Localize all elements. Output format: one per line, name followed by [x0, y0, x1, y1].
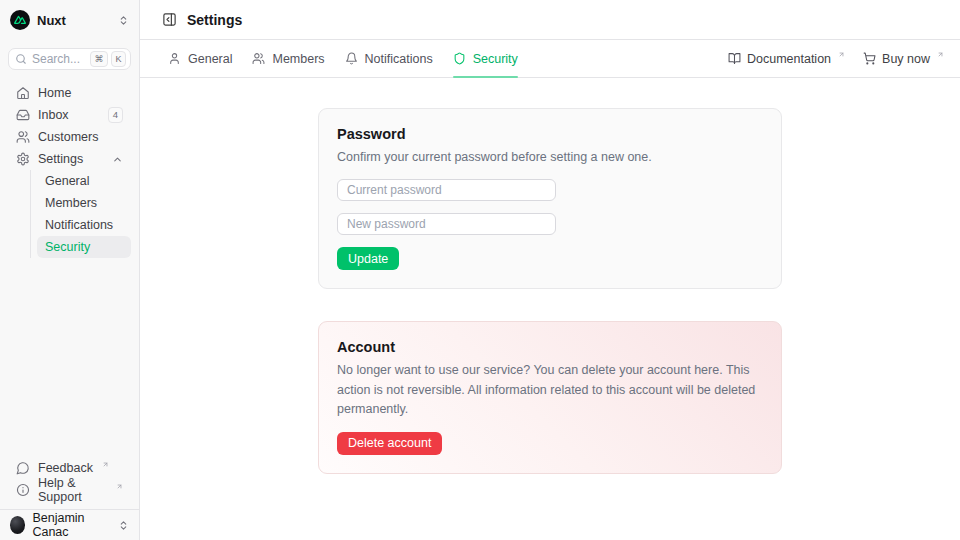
sidebar-item-label: Customers	[38, 130, 98, 144]
page-header: Settings	[140, 0, 960, 40]
sidebar-item-home[interactable]: Home	[8, 82, 131, 104]
gear-icon	[16, 152, 30, 166]
workspace-switcher[interactable]: Nuxt	[0, 0, 139, 40]
sidebar-item-label: Help & Support	[38, 476, 107, 504]
chevron-up-icon	[112, 154, 123, 165]
search-placeholder: Search...	[32, 52, 80, 66]
sidebar-item-members[interactable]: Members	[37, 192, 131, 214]
external-link-icon	[116, 483, 123, 490]
message-circle-icon	[16, 461, 30, 475]
sidebar-item-label: Members	[45, 196, 97, 210]
sidebar-item-help-support[interactable]: Help & Support	[8, 479, 131, 501]
nuxt-logo-icon	[10, 10, 30, 30]
account-card-title: Account	[337, 339, 763, 355]
link-label: Buy now	[882, 52, 930, 66]
update-password-button[interactable]: Update	[337, 247, 399, 270]
tabbar-links: Documentation Buy now	[728, 52, 944, 66]
page-title: Settings	[187, 12, 242, 28]
sidebar-item-security[interactable]: Security	[37, 236, 131, 258]
app-window: Nuxt Search... ⌘ K Home	[0, 0, 960, 540]
buy-now-link[interactable]: Buy now	[863, 52, 944, 66]
documentation-link[interactable]: Documentation	[728, 52, 845, 66]
sidebar-item-notifications[interactable]: Notifications	[37, 214, 131, 236]
settings-tabbar: General Members Notifications	[140, 40, 960, 78]
bell-icon	[345, 52, 358, 65]
shopping-cart-icon	[863, 52, 876, 65]
user-menu[interactable]: Benjamin Canac	[0, 509, 139, 540]
home-icon	[16, 86, 30, 100]
kbd-k: K	[111, 51, 126, 67]
users-icon	[252, 52, 265, 65]
inbox-icon	[16, 108, 30, 122]
sidebar: Nuxt Search... ⌘ K Home	[0, 0, 140, 540]
book-open-icon	[728, 52, 741, 65]
panel-collapse-icon[interactable]	[162, 12, 177, 27]
main-panel: Settings General Members	[140, 0, 960, 540]
account-card: Account No longer want to use our servic…	[318, 321, 782, 473]
external-link-icon	[937, 51, 944, 58]
user-icon	[168, 52, 181, 65]
sidebar-item-label: Inbox	[38, 108, 69, 122]
kbd-meta: ⌘	[90, 51, 108, 67]
search-kbd-shortcut: ⌘ K	[90, 51, 126, 67]
search-input[interactable]: Search... ⌘ K	[8, 48, 131, 70]
new-password-field[interactable]	[337, 213, 556, 235]
external-link-icon	[102, 461, 109, 468]
sidebar-item-settings[interactable]: Settings	[8, 148, 131, 170]
link-label: Documentation	[747, 52, 831, 66]
workspace-name: Nuxt	[37, 13, 66, 28]
sidebar-nav: Home Inbox 4 Customers Settings	[0, 78, 139, 258]
tab-security[interactable]: Security	[453, 40, 518, 77]
shield-icon	[453, 52, 466, 65]
users-icon	[16, 130, 30, 144]
info-circle-icon	[16, 483, 30, 497]
external-link-icon	[838, 51, 845, 58]
tab-label: Members	[272, 52, 324, 66]
chevrons-up-down-icon	[118, 520, 129, 531]
sidebar-item-inbox[interactable]: Inbox 4	[8, 104, 131, 126]
sidebar-item-label: Notifications	[45, 218, 113, 232]
tab-label: Notifications	[365, 52, 433, 66]
inbox-count-badge: 4	[108, 107, 123, 124]
search-icon	[15, 53, 27, 65]
settings-submenu: General Members Notifications Security	[30, 170, 131, 258]
sidebar-item-general[interactable]: General	[37, 170, 131, 192]
sidebar-item-label: Home	[38, 86, 71, 100]
avatar	[10, 516, 25, 534]
delete-account-button[interactable]: Delete account	[337, 432, 442, 455]
tab-notifications[interactable]: Notifications	[345, 40, 433, 77]
password-card: Password Confirm your current password b…	[318, 108, 782, 289]
tabs: General Members Notifications	[168, 40, 518, 77]
tab-label: General	[188, 52, 232, 66]
password-card-description: Confirm your current password before set…	[337, 148, 763, 167]
sidebar-item-label: General	[45, 174, 89, 188]
tab-label: Security	[473, 52, 518, 66]
sidebar-footer: Feedback Help & Support	[0, 457, 139, 509]
tab-members[interactable]: Members	[252, 40, 324, 77]
security-settings-content: Password Confirm your current password b…	[140, 78, 960, 540]
chevrons-up-down-icon	[118, 15, 129, 26]
password-card-title: Password	[337, 126, 763, 142]
user-name: Benjamin Canac	[32, 511, 111, 539]
sidebar-spacer	[0, 258, 139, 457]
sidebar-item-label: Feedback	[38, 461, 93, 475]
sidebar-item-label: Settings	[38, 152, 83, 166]
current-password-field[interactable]	[337, 179, 556, 201]
account-card-description: No longer want to use our service? You c…	[337, 361, 763, 419]
sidebar-item-customers[interactable]: Customers	[8, 126, 131, 148]
tab-general[interactable]: General	[168, 40, 232, 77]
sidebar-item-label: Security	[45, 240, 90, 254]
